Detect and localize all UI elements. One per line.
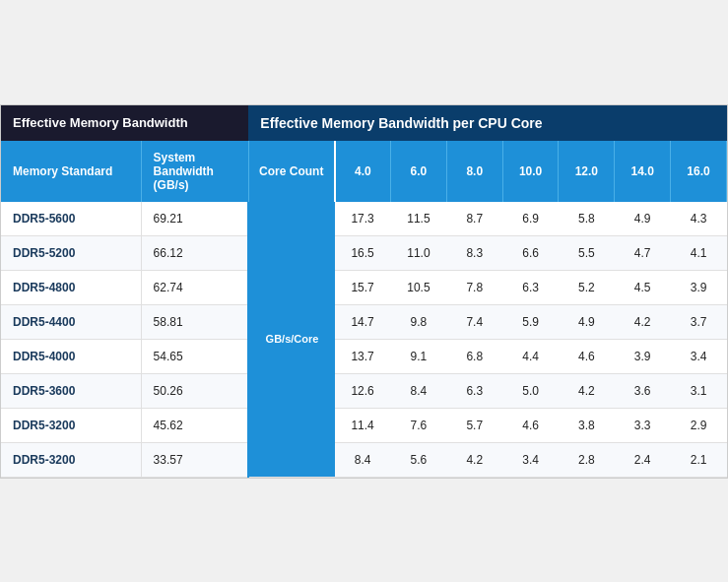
value-cell-0-5: 4.9 bbox=[615, 202, 671, 236]
value-cell-0-3: 6.9 bbox=[502, 202, 559, 236]
value-cell-3-4: 4.9 bbox=[559, 304, 615, 339]
value-cell-6-5: 3.3 bbox=[615, 408, 671, 442]
memory-standard-cell: DDR5-3200 bbox=[1, 442, 141, 477]
memory-standard-cell: DDR5-3600 bbox=[1, 373, 141, 408]
value-cell-6-0: 11.4 bbox=[335, 408, 391, 442]
value-cell-2-3: 6.3 bbox=[502, 270, 559, 304]
core-count-col-header: Core Count bbox=[248, 141, 334, 202]
core-10-header: 10.0 bbox=[502, 141, 559, 202]
table-row: DDR5-520066.1216.511.08.36.65.54.74.1 bbox=[1, 235, 727, 270]
main-table-wrapper: Effective Memory Bandwidth Effective Mem… bbox=[0, 104, 728, 479]
value-cell-7-0: 8.4 bbox=[335, 442, 391, 477]
value-cell-1-1: 11.0 bbox=[391, 235, 447, 270]
value-cell-4-0: 13.7 bbox=[335, 339, 391, 373]
value-cell-3-6: 3.7 bbox=[671, 304, 727, 339]
value-cell-6-3: 4.6 bbox=[502, 408, 559, 442]
value-cell-0-4: 5.8 bbox=[559, 202, 615, 236]
value-cell-1-3: 6.6 bbox=[502, 235, 559, 270]
table-row: DDR5-360050.2612.68.46.35.04.23.63.1 bbox=[1, 373, 727, 408]
value-cell-4-2: 6.8 bbox=[446, 339, 502, 373]
value-cell-2-1: 10.5 bbox=[391, 270, 447, 304]
memory-standard-cell: DDR5-5600 bbox=[1, 202, 141, 236]
memory-standard-cell: DDR5-4000 bbox=[1, 339, 141, 373]
memory-standard-cell: DDR5-5200 bbox=[1, 235, 141, 270]
system-bandwidth-col-header: System Bandwidth (GB/s) bbox=[141, 141, 248, 202]
header-row-1: Effective Memory Bandwidth Effective Mem… bbox=[1, 105, 727, 141]
effective-memory-bandwidth-header: Effective Memory Bandwidth bbox=[1, 105, 248, 141]
table-row: DDR5-480062.7415.710.57.86.35.24.53.9 bbox=[1, 270, 727, 304]
value-cell-7-6: 2.1 bbox=[671, 442, 727, 477]
value-cell-5-2: 6.3 bbox=[446, 373, 502, 408]
value-cell-5-4: 4.2 bbox=[559, 373, 615, 408]
value-cell-1-6: 4.1 bbox=[671, 235, 727, 270]
bandwidth-cell: 45.62 bbox=[141, 408, 248, 442]
value-cell-6-1: 7.6 bbox=[391, 408, 447, 442]
value-cell-3-5: 4.2 bbox=[615, 304, 671, 339]
value-cell-7-2: 4.2 bbox=[446, 442, 502, 477]
value-cell-6-6: 2.9 bbox=[671, 408, 727, 442]
value-cell-2-4: 5.2 bbox=[559, 270, 615, 304]
value-cell-4-1: 9.1 bbox=[391, 339, 447, 373]
bandwidth-cell: 66.12 bbox=[141, 235, 248, 270]
value-cell-4-4: 4.6 bbox=[559, 339, 615, 373]
value-cell-4-6: 3.4 bbox=[671, 339, 727, 373]
value-cell-1-2: 8.3 bbox=[446, 235, 502, 270]
core-4-header: 4.0 bbox=[335, 141, 391, 202]
table-row: DDR5-400054.6513.79.16.84.44.63.93.4 bbox=[1, 339, 727, 373]
memory-standard-cell: DDR5-4800 bbox=[1, 270, 141, 304]
value-cell-7-4: 2.8 bbox=[559, 442, 615, 477]
value-cell-2-2: 7.8 bbox=[446, 270, 502, 304]
value-cell-5-5: 3.6 bbox=[615, 373, 671, 408]
value-cell-1-5: 4.7 bbox=[615, 235, 671, 270]
value-cell-3-0: 14.7 bbox=[335, 304, 391, 339]
value-cell-3-3: 5.9 bbox=[502, 304, 559, 339]
table-row: DDR5-320033.578.45.64.23.42.82.42.1 bbox=[1, 442, 727, 477]
value-cell-3-1: 9.8 bbox=[391, 304, 447, 339]
bandwidth-cell: 62.74 bbox=[141, 270, 248, 304]
core-8-header: 8.0 bbox=[446, 141, 502, 202]
value-cell-0-2: 8.7 bbox=[446, 202, 502, 236]
value-cell-4-3: 4.4 bbox=[502, 339, 559, 373]
value-cell-0-1: 11.5 bbox=[391, 202, 447, 236]
value-cell-2-0: 15.7 bbox=[335, 270, 391, 304]
value-cell-7-3: 3.4 bbox=[502, 442, 559, 477]
core-6-header: 6.0 bbox=[391, 141, 447, 202]
value-cell-1-0: 16.5 bbox=[335, 235, 391, 270]
value-cell-7-1: 5.6 bbox=[391, 442, 447, 477]
bandwidth-cell: 69.21 bbox=[141, 202, 248, 236]
table-row: DDR5-560069.21GB/s/Core17.311.58.76.95.8… bbox=[1, 202, 727, 236]
value-cell-5-1: 8.4 bbox=[391, 373, 447, 408]
memory-standard-cell: DDR5-3200 bbox=[1, 408, 141, 442]
core-16-header: 16.0 bbox=[671, 141, 727, 202]
table-row: DDR5-320045.6211.47.65.74.63.83.32.9 bbox=[1, 408, 727, 442]
value-cell-2-6: 3.9 bbox=[671, 270, 727, 304]
bandwidth-cell: 50.26 bbox=[141, 373, 248, 408]
core-12-header: 12.0 bbox=[559, 141, 615, 202]
value-cell-1-4: 5.5 bbox=[559, 235, 615, 270]
value-cell-6-4: 3.8 bbox=[559, 408, 615, 442]
bandwidth-cell: 58.81 bbox=[141, 304, 248, 339]
core-14-header: 14.0 bbox=[615, 141, 671, 202]
value-cell-5-6: 3.1 bbox=[671, 373, 727, 408]
memory-standard-cell: DDR5-4400 bbox=[1, 304, 141, 339]
value-cell-3-2: 7.4 bbox=[446, 304, 502, 339]
table-row: DDR5-440058.8114.79.87.45.94.94.23.7 bbox=[1, 304, 727, 339]
memory-standard-col-header: Memory Standard bbox=[1, 141, 141, 202]
header-row-2: Memory Standard System Bandwidth (GB/s) … bbox=[1, 141, 727, 202]
bandwidth-cell: 33.57 bbox=[141, 442, 248, 477]
value-cell-0-0: 17.3 bbox=[335, 202, 391, 236]
value-cell-7-5: 2.4 bbox=[615, 442, 671, 477]
bandwidth-cell: 54.65 bbox=[141, 339, 248, 373]
value-cell-5-3: 5.0 bbox=[502, 373, 559, 408]
value-cell-6-2: 5.7 bbox=[446, 408, 502, 442]
core-count-cell: GB/s/Core bbox=[248, 202, 334, 478]
value-cell-2-5: 4.5 bbox=[615, 270, 671, 304]
value-cell-5-0: 12.6 bbox=[335, 373, 391, 408]
per-cpu-core-header: Effective Memory Bandwidth per CPU Core bbox=[248, 105, 726, 141]
value-cell-4-5: 3.9 bbox=[615, 339, 671, 373]
value-cell-0-6: 4.3 bbox=[671, 202, 727, 236]
